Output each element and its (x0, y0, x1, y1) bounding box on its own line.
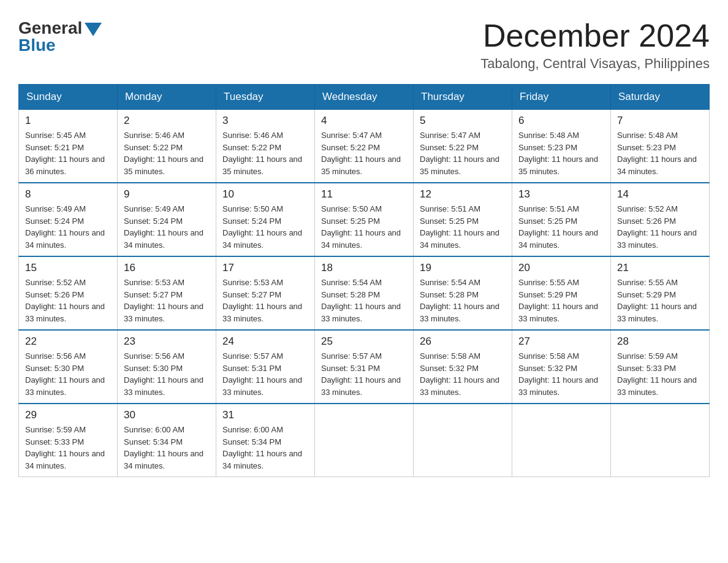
day-info: Sunrise: 5:55 AMSunset: 5:29 PMDaylight:… (518, 277, 604, 324)
day-info: Sunrise: 5:50 AMSunset: 5:25 PMDaylight:… (321, 203, 407, 251)
day-info: Sunrise: 5:53 AMSunset: 5:27 PMDaylight:… (222, 277, 308, 324)
title-section: December 2024 Tabalong, Central Visayas,… (480, 18, 710, 72)
calendar-day-cell: 13Sunrise: 5:51 AMSunset: 5:25 PMDayligh… (512, 183, 611, 256)
calendar-day-cell (512, 404, 611, 477)
calendar-week-row: 8Sunrise: 5:49 AMSunset: 5:24 PMDaylight… (19, 183, 710, 256)
day-number: 20 (518, 262, 604, 274)
header-saturday: Saturday (611, 85, 710, 110)
day-number: 1 (25, 115, 111, 127)
calendar-day-cell: 8Sunrise: 5:49 AMSunset: 5:24 PMDaylight… (19, 183, 118, 256)
page-header: General Blue December 2024 Tabalong, Cen… (18, 18, 710, 72)
calendar-day-cell (414, 404, 512, 477)
calendar-day-cell: 3Sunrise: 5:46 AMSunset: 5:22 PMDaylight… (216, 110, 315, 183)
day-number: 19 (420, 262, 506, 274)
location-title: Tabalong, Central Visayas, Philippines (480, 56, 710, 72)
calendar-day-cell: 22Sunrise: 5:56 AMSunset: 5:30 PMDayligh… (19, 330, 118, 404)
month-title: December 2024 (480, 18, 710, 53)
calendar-day-cell: 26Sunrise: 5:58 AMSunset: 5:32 PMDayligh… (414, 330, 512, 404)
calendar-day-cell: 27Sunrise: 5:58 AMSunset: 5:32 PMDayligh… (512, 330, 611, 404)
day-number: 5 (420, 115, 506, 127)
day-info: Sunrise: 5:57 AMSunset: 5:31 PMDaylight:… (222, 350, 308, 398)
day-info: Sunrise: 5:54 AMSunset: 5:28 PMDaylight:… (321, 277, 407, 324)
day-info: Sunrise: 5:49 AMSunset: 5:24 PMDaylight:… (25, 203, 111, 251)
header-sunday: Sunday (19, 85, 118, 110)
day-info: Sunrise: 5:55 AMSunset: 5:29 PMDaylight:… (617, 277, 703, 324)
day-number: 22 (25, 335, 111, 348)
day-info: Sunrise: 5:47 AMSunset: 5:22 PMDaylight:… (420, 129, 506, 177)
day-number: 23 (124, 335, 210, 348)
day-number: 24 (222, 335, 308, 348)
weekday-header-row: Sunday Monday Tuesday Wednesday Thursday… (19, 85, 710, 110)
day-number: 9 (124, 188, 210, 201)
day-number: 8 (25, 188, 111, 201)
day-info: Sunrise: 5:58 AMSunset: 5:32 PMDaylight:… (420, 350, 506, 398)
calendar-day-cell: 9Sunrise: 5:49 AMSunset: 5:24 PMDaylight… (118, 183, 216, 256)
day-info: Sunrise: 5:46 AMSunset: 5:22 PMDaylight:… (124, 129, 210, 177)
day-number: 15 (25, 262, 111, 274)
calendar-day-cell: 18Sunrise: 5:54 AMSunset: 5:28 PMDayligh… (315, 256, 414, 330)
header-thursday: Thursday (414, 85, 512, 110)
day-number: 27 (518, 335, 604, 348)
day-info: Sunrise: 5:57 AMSunset: 5:31 PMDaylight:… (321, 350, 407, 398)
calendar-day-cell: 7Sunrise: 5:48 AMSunset: 5:23 PMDaylight… (611, 110, 710, 183)
calendar-day-cell: 31Sunrise: 6:00 AMSunset: 5:34 PMDayligh… (216, 404, 315, 477)
header-monday: Monday (118, 85, 216, 110)
day-number: 13 (518, 188, 604, 201)
day-number: 11 (321, 188, 407, 201)
day-info: Sunrise: 5:47 AMSunset: 5:22 PMDaylight:… (321, 129, 407, 177)
day-info: Sunrise: 5:56 AMSunset: 5:30 PMDaylight:… (25, 350, 111, 398)
calendar-day-cell: 17Sunrise: 5:53 AMSunset: 5:27 PMDayligh… (216, 256, 315, 330)
calendar-day-cell: 21Sunrise: 5:55 AMSunset: 5:29 PMDayligh… (611, 256, 710, 330)
day-number: 3 (222, 115, 308, 127)
day-info: Sunrise: 5:45 AMSunset: 5:21 PMDaylight:… (25, 129, 111, 177)
calendar-day-cell: 25Sunrise: 5:57 AMSunset: 5:31 PMDayligh… (315, 330, 414, 404)
calendar-day-cell: 14Sunrise: 5:52 AMSunset: 5:26 PMDayligh… (611, 183, 710, 256)
day-number: 14 (617, 188, 703, 201)
calendar-table: Sunday Monday Tuesday Wednesday Thursday… (18, 84, 710, 477)
calendar-day-cell: 11Sunrise: 5:50 AMSunset: 5:25 PMDayligh… (315, 183, 414, 256)
calendar-day-cell: 12Sunrise: 5:51 AMSunset: 5:25 PMDayligh… (414, 183, 512, 256)
calendar-day-cell: 28Sunrise: 5:59 AMSunset: 5:33 PMDayligh… (611, 330, 710, 404)
day-number: 29 (25, 409, 111, 421)
calendar-week-row: 29Sunrise: 5:59 AMSunset: 5:33 PMDayligh… (19, 404, 710, 477)
day-number: 2 (124, 115, 210, 127)
day-number: 30 (124, 409, 210, 421)
day-info: Sunrise: 5:54 AMSunset: 5:28 PMDaylight:… (420, 277, 506, 324)
day-info: Sunrise: 6:00 AMSunset: 5:34 PMDaylight:… (222, 424, 308, 472)
logo: General Blue (18, 18, 102, 55)
calendar-day-cell: 24Sunrise: 5:57 AMSunset: 5:31 PMDayligh… (216, 330, 315, 404)
logo-blue-text: Blue (18, 36, 56, 55)
day-number: 12 (420, 188, 506, 201)
calendar-day-cell: 19Sunrise: 5:54 AMSunset: 5:28 PMDayligh… (414, 256, 512, 330)
day-number: 10 (222, 188, 308, 201)
day-number: 16 (124, 262, 210, 274)
day-number: 18 (321, 262, 407, 274)
day-info: Sunrise: 5:53 AMSunset: 5:27 PMDaylight:… (124, 277, 210, 324)
calendar-day-cell: 10Sunrise: 5:50 AMSunset: 5:24 PMDayligh… (216, 183, 315, 256)
calendar-day-cell: 29Sunrise: 5:59 AMSunset: 5:33 PMDayligh… (19, 404, 118, 477)
calendar-day-cell: 30Sunrise: 6:00 AMSunset: 5:34 PMDayligh… (118, 404, 216, 477)
day-info: Sunrise: 5:56 AMSunset: 5:30 PMDaylight:… (124, 350, 210, 398)
calendar-day-cell: 1Sunrise: 5:45 AMSunset: 5:21 PMDaylight… (19, 110, 118, 183)
header-tuesday: Tuesday (216, 85, 315, 110)
calendar-day-cell: 6Sunrise: 5:48 AMSunset: 5:23 PMDaylight… (512, 110, 611, 183)
day-info: Sunrise: 5:52 AMSunset: 5:26 PMDaylight:… (25, 277, 111, 324)
day-number: 31 (222, 409, 308, 421)
day-info: Sunrise: 5:50 AMSunset: 5:24 PMDaylight:… (222, 203, 308, 251)
calendar-day-cell: 2Sunrise: 5:46 AMSunset: 5:22 PMDaylight… (118, 110, 216, 183)
calendar-week-row: 1Sunrise: 5:45 AMSunset: 5:21 PMDaylight… (19, 110, 710, 183)
day-info: Sunrise: 6:00 AMSunset: 5:34 PMDaylight:… (124, 424, 210, 472)
day-number: 6 (518, 115, 604, 127)
day-info: Sunrise: 5:51 AMSunset: 5:25 PMDaylight:… (518, 203, 604, 251)
day-info: Sunrise: 5:59 AMSunset: 5:33 PMDaylight:… (617, 350, 703, 398)
day-number: 7 (617, 115, 703, 127)
calendar-day-cell: 4Sunrise: 5:47 AMSunset: 5:22 PMDaylight… (315, 110, 414, 183)
calendar-day-cell (611, 404, 710, 477)
day-number: 28 (617, 335, 703, 348)
day-info: Sunrise: 5:51 AMSunset: 5:25 PMDaylight:… (420, 203, 506, 251)
calendar-day-cell: 23Sunrise: 5:56 AMSunset: 5:30 PMDayligh… (118, 330, 216, 404)
logo-triangle-icon (85, 23, 102, 36)
day-number: 25 (321, 335, 407, 348)
header-wednesday: Wednesday (315, 85, 414, 110)
day-number: 26 (420, 335, 506, 348)
